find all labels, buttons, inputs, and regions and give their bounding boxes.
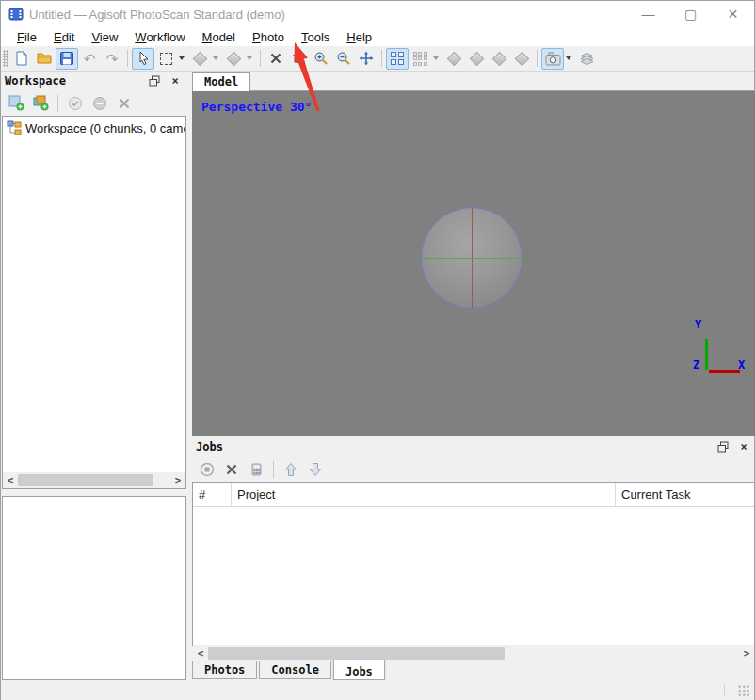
jobs-hscrollbar[interactable]: < > [193, 645, 754, 661]
zoom-in-button[interactable] [310, 48, 332, 70]
workspace-tree-hscrollbar[interactable]: < > [3, 472, 185, 488]
menu-bar: File Edit View Workflow Model Photo Tool… [1, 27, 754, 46]
delete-selection-button[interactable] [265, 48, 287, 70]
workspace-panel-header: Workspace × [5, 72, 186, 89]
workspace-toolbar [1, 90, 186, 116]
main-toolbar: ↶ ↷ [1, 46, 754, 72]
bottom-tabbar: Photos Console Jobs [192, 661, 755, 682]
move-job-down-button[interactable] [304, 458, 327, 480]
reset-view-button[interactable] [355, 48, 378, 70]
menu-edit[interactable]: Edit [45, 29, 83, 45]
delete-x-icon [269, 52, 282, 65]
tab-jobs[interactable]: Jobs [333, 660, 385, 680]
axis-label-z: Z [693, 358, 699, 372]
model-viewport[interactable]: Perspective 30° Y Z X [192, 91, 755, 436]
column-header-number[interactable]: # [193, 483, 232, 506]
resize-grip-icon[interactable] [738, 685, 750, 697]
view-bottom-button[interactable] [510, 48, 533, 70]
undo-icon: ↶ [84, 52, 96, 66]
tab-photos[interactable]: Photos [192, 661, 257, 679]
redo-icon: ↷ [106, 52, 119, 66]
scroll-left-icon[interactable]: < [3, 472, 18, 488]
zoom-in-icon [313, 51, 329, 66]
scroll-right-icon[interactable]: > [170, 472, 185, 488]
axis-label-y: Y [695, 318, 701, 331]
rotate-object-button[interactable] [188, 48, 222, 70]
jobs-float-button[interactable] [715, 439, 731, 454]
grid-3x3-icon [413, 52, 427, 66]
model-sphere [421, 207, 522, 309]
grid-2x2-view-button[interactable] [386, 48, 409, 70]
batch-process-button[interactable] [245, 458, 267, 480]
view-right-icon [491, 51, 506, 66]
cursor-select-button[interactable] [132, 48, 154, 70]
grid-3x3-view-button[interactable] [409, 48, 442, 70]
view-right-button[interactable] [488, 48, 510, 70]
add-photos-button[interactable] [29, 92, 52, 114]
view-bottom-icon [514, 51, 529, 66]
menu-file[interactable]: File [8, 29, 45, 45]
toolbar-separator [273, 461, 274, 478]
jobs-toolbar [192, 456, 755, 482]
tab-console[interactable]: Console [259, 661, 331, 679]
remove-x-icon [118, 97, 131, 110]
column-header-current-task[interactable]: Current Task [616, 483, 754, 506]
remove-item-button[interactable] [113, 92, 136, 114]
arrow-down-icon [308, 462, 323, 477]
menu-model[interactable]: Model [194, 29, 244, 45]
add-chunk-button[interactable] [5, 92, 27, 114]
rotate-region-icon [226, 51, 241, 66]
tab-model[interactable]: Model [192, 72, 250, 91]
scroll-left-icon[interactable]: < [193, 645, 208, 661]
menu-workflow[interactable]: Workflow [126, 29, 193, 45]
redo-button[interactable]: ↷ [101, 48, 123, 70]
batch-process-icon [249, 462, 264, 477]
chunk-hierarchy-icon [7, 120, 22, 135]
chevron-down-icon [433, 56, 439, 60]
zoom-out-button[interactable] [332, 48, 355, 70]
workspace-float-button[interactable] [147, 73, 162, 88]
stop-job-button[interactable] [196, 458, 218, 480]
enable-item-button[interactable] [64, 92, 87, 114]
view-left-button[interactable] [442, 48, 465, 70]
jobs-close-button[interactable]: × [736, 439, 751, 454]
workspace-close-button[interactable]: × [168, 73, 183, 88]
zoom-out-icon [336, 51, 351, 66]
jobs-panel-title: Jobs [196, 440, 223, 453]
new-document-button[interactable] [10, 48, 33, 70]
disable-item-button[interactable] [88, 92, 111, 114]
view-top-button[interactable] [465, 48, 488, 70]
move-arrows-icon [359, 51, 374, 66]
menu-help[interactable]: Help [338, 29, 380, 45]
rotate-region-button[interactable] [222, 48, 256, 70]
open-project-button[interactable] [33, 48, 56, 70]
menu-view[interactable]: View [83, 29, 126, 45]
save-project-button[interactable] [56, 48, 78, 70]
rectangle-selection-button[interactable] [154, 48, 188, 70]
toolbar-grip-icon[interactable] [3, 50, 8, 67]
window-title: Untitled — Agisoft PhotoScan Standard (d… [29, 8, 285, 22]
maximize-button[interactable]: ▢ [669, 1, 712, 27]
jobs-panel-header: Jobs × [196, 438, 755, 455]
stacked-layers-button[interactable] [575, 48, 598, 70]
scrollbar-thumb[interactable] [18, 474, 153, 486]
close-button[interactable]: × [712, 1, 754, 27]
workspace-root-item[interactable]: Workspace (0 chunks, 0 came [3, 117, 185, 137]
menu-photo[interactable]: Photo [244, 29, 293, 45]
axis-gizmo-y-line [705, 339, 708, 370]
add-photos-icon [33, 95, 49, 111]
workspace-lower-panel [2, 496, 186, 680]
scroll-right-icon[interactable]: > [739, 645, 754, 661]
cancel-job-button[interactable] [220, 458, 243, 480]
capture-view-button[interactable] [541, 48, 575, 70]
title-bar: Untitled — Agisoft PhotoScan Standard (d… [1, 1, 754, 27]
menu-tools[interactable]: Tools [293, 29, 338, 45]
move-job-up-button[interactable] [280, 458, 302, 480]
minimize-button[interactable]: — [627, 1, 669, 27]
column-header-project[interactable]: Project [232, 483, 616, 506]
resize-region-button[interactable] [287, 48, 310, 70]
camera-icon [545, 52, 561, 66]
undo-button[interactable]: ↶ [78, 48, 101, 70]
scrollbar-thumb[interactable] [208, 647, 505, 660]
window-controls: — ▢ × [627, 1, 754, 27]
